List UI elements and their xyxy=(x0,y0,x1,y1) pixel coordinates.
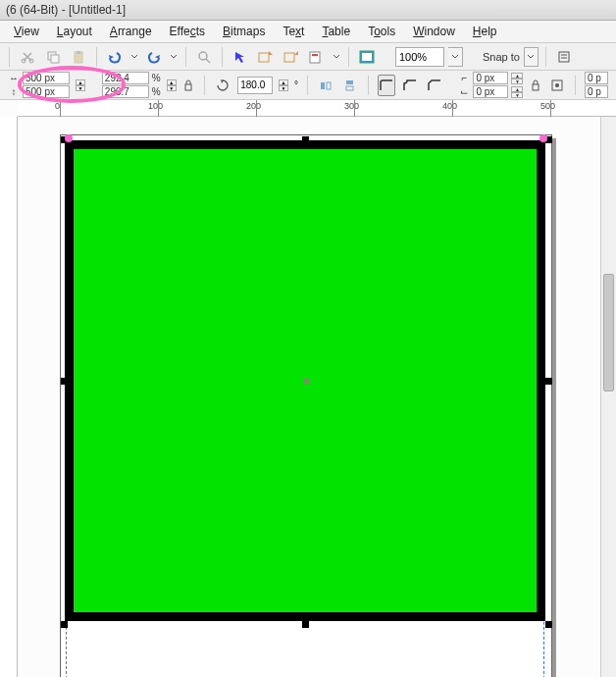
svg-rect-3 xyxy=(51,55,59,63)
scale-spinner[interactable]: ▲▼ xyxy=(167,79,177,91)
corner-lock-button[interactable] xyxy=(529,78,541,92)
redo-button[interactable] xyxy=(143,46,165,68)
relative-corner-button[interactable] xyxy=(548,75,567,96)
snap-label: Snap to xyxy=(483,51,520,63)
import-button[interactable] xyxy=(255,46,277,68)
fullscreen-button[interactable] xyxy=(356,46,378,68)
ruler-vertical[interactable] xyxy=(0,117,18,677)
ruler-horizontal[interactable]: 0 100 200 300 400 500 xyxy=(18,100,616,117)
corner-spinner[interactable]: ▲▼ xyxy=(511,86,523,98)
export-button[interactable] xyxy=(281,46,302,68)
svg-rect-14 xyxy=(559,52,569,62)
scrollbar-thumb[interactable] xyxy=(603,274,614,391)
ruler-tick-label: 300 xyxy=(344,101,359,111)
rotation-handle[interactable] xyxy=(539,134,547,142)
vertical-scrollbar[interactable] xyxy=(600,117,616,677)
menu-bitmaps[interactable]: Bitmaps xyxy=(223,25,265,38)
right-val1[interactable]: 0 p xyxy=(585,72,608,84)
corner-spinner[interactable]: ▲▼ xyxy=(511,73,523,84)
menu-table[interactable]: Table xyxy=(322,25,350,38)
rotate-icon xyxy=(214,75,232,96)
zoom-dropdown[interactable] xyxy=(448,47,463,67)
menu-effects[interactable]: Effects xyxy=(170,25,205,38)
workarea[interactable]: ✕ xyxy=(18,117,616,677)
menu-layout[interactable]: Layout xyxy=(57,25,92,38)
svg-rect-20 xyxy=(346,80,353,84)
menu-text[interactable]: Text xyxy=(282,25,304,38)
menu-window[interactable]: Window xyxy=(413,25,455,38)
separator xyxy=(222,47,223,67)
round-corner-button[interactable] xyxy=(378,75,396,96)
redo-dropdown[interactable] xyxy=(169,46,179,68)
ruler-tick-label: 100 xyxy=(148,101,163,111)
selection-handle[interactable] xyxy=(545,621,552,628)
corner-tl-icon: ⌐ xyxy=(458,73,470,83)
paste-button[interactable] xyxy=(68,46,89,68)
width-icon: ↔ xyxy=(8,73,20,83)
svg-rect-5 xyxy=(77,51,80,54)
width-input[interactable]: 500 px xyxy=(23,72,70,84)
separator xyxy=(545,47,546,67)
undo-button[interactable] xyxy=(104,46,126,68)
ruler-tick-label: 200 xyxy=(246,101,261,111)
titlebar: (6 (64-Bit) - [Untitled-1] xyxy=(0,0,616,21)
svg-rect-22 xyxy=(533,84,539,90)
scale-box: 292.4% 290.7% xyxy=(102,72,161,98)
undo-dropdown[interactable] xyxy=(129,46,139,68)
search-button[interactable] xyxy=(193,46,215,68)
menu-arrange[interactable]: Arrange xyxy=(110,25,152,38)
arrow-button[interactable] xyxy=(230,46,251,68)
menu-tools[interactable]: Tools xyxy=(368,25,395,38)
property-bar: ↔ 500 px ↕ 500 px ▲▼ 292.4% 290.7% ▲▼ 18… xyxy=(0,71,616,100)
separator xyxy=(9,47,10,67)
svg-rect-13 xyxy=(362,53,372,61)
separator xyxy=(185,47,186,67)
percent-label: % xyxy=(152,73,161,83)
snap-dropdown[interactable] xyxy=(524,47,539,67)
options-button[interactable] xyxy=(553,46,575,68)
svg-rect-11 xyxy=(312,54,318,56)
separator xyxy=(368,76,369,95)
menu-view[interactable]: View xyxy=(14,25,39,38)
copy-button[interactable] xyxy=(42,46,64,68)
selection-handle[interactable] xyxy=(61,621,68,628)
canvas-area: 0 100 200 300 400 500 ✕ xyxy=(0,100,616,677)
height-input[interactable]: 500 px xyxy=(23,85,70,98)
selection-handle[interactable] xyxy=(61,378,68,385)
cut-button[interactable] xyxy=(17,46,38,68)
separator xyxy=(575,76,576,95)
selection-handle[interactable] xyxy=(302,621,309,628)
rotation-spinner[interactable]: ▲▼ xyxy=(279,79,288,91)
mirror-v-button[interactable] xyxy=(340,75,359,96)
svg-rect-18 xyxy=(321,82,325,89)
scallop-corner-button[interactable] xyxy=(401,75,420,96)
height-icon: ↕ xyxy=(8,86,20,97)
degree-label: ° xyxy=(294,79,298,90)
selection-handle[interactable] xyxy=(302,136,309,143)
mirror-h-button[interactable] xyxy=(317,75,335,96)
svg-rect-17 xyxy=(185,84,191,90)
publish-dropdown[interactable] xyxy=(332,46,341,68)
menu-help[interactable]: Help xyxy=(473,25,497,38)
corner-h-input[interactable]: 0 px xyxy=(473,85,508,98)
menubar: View Layout Arrange Effects Bitmaps Text… xyxy=(0,21,616,43)
right-val2[interactable]: 0 p xyxy=(585,85,608,98)
corner-bl-icon: ⌙ xyxy=(458,86,470,97)
publish-button[interactable] xyxy=(306,46,328,68)
svg-point-24 xyxy=(555,83,559,87)
percent-label: % xyxy=(152,86,161,97)
selection-handle[interactable] xyxy=(545,378,552,385)
zoom-input[interactable]: 100% xyxy=(395,47,444,67)
separator xyxy=(307,76,308,95)
ruler-tick-label: 400 xyxy=(442,101,457,111)
lock-ratio-button[interactable] xyxy=(182,78,195,92)
svg-point-6 xyxy=(199,52,207,60)
scale-y-input[interactable]: 290.7 xyxy=(102,85,149,98)
corner-w-input[interactable]: 0 px xyxy=(473,72,508,84)
svg-rect-19 xyxy=(327,82,331,89)
rotation-input[interactable]: 180.0 xyxy=(237,77,273,94)
rotation-handle[interactable] xyxy=(65,134,73,142)
scale-x-input[interactable]: 292.4 xyxy=(102,72,149,84)
chamfer-corner-button[interactable] xyxy=(426,75,444,96)
size-spinner[interactable]: ▲▼ xyxy=(76,79,85,91)
